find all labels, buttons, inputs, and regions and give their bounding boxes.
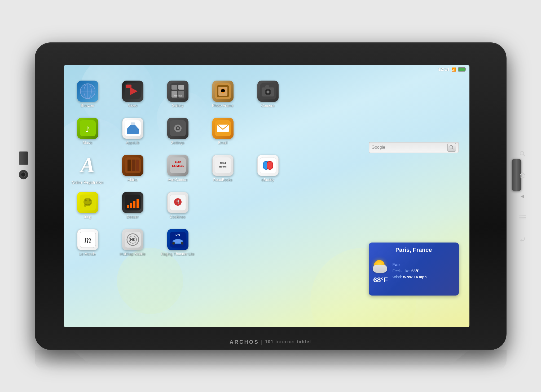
app-registration[interactable]: A Online Registration bbox=[69, 151, 106, 186]
app-avelcomics-label: Ave!Comics bbox=[168, 178, 187, 182]
svg-rect-10 bbox=[178, 85, 184, 90]
status-bar: 12:14 📶 bbox=[64, 65, 469, 74]
tablet-screen: 12:14 📶 Browser bbox=[64, 65, 469, 327]
search-nav-button[interactable] bbox=[517, 148, 528, 159]
app-lemonde-label: Le Monde bbox=[79, 252, 96, 256]
app-photoframe-label: Photo Frame bbox=[212, 103, 234, 108]
svg-rect-40 bbox=[132, 160, 135, 171]
svg-point-73 bbox=[174, 239, 182, 243]
weather-sun-icon bbox=[373, 257, 389, 273]
weather-condition: Fair bbox=[393, 261, 427, 268]
app-lemonde[interactable]: m Le Monde bbox=[69, 225, 106, 260]
svg-point-24 bbox=[267, 91, 269, 93]
app-deezer[interactable]: Deezer bbox=[114, 188, 151, 223]
app-video-label: Video bbox=[128, 103, 138, 108]
svg-point-76 bbox=[450, 146, 452, 148]
app-hubkap-label: HUBkap Mobile bbox=[120, 252, 146, 256]
home-nav-button[interactable] bbox=[517, 170, 528, 180]
weather-feels-like: Feels Like: 68°F bbox=[393, 268, 427, 274]
weather-widget: Paris, France 68°F Fair Feels Like: 68°F bbox=[369, 243, 459, 296]
app-aldiko[interactable]: Aldiko bbox=[114, 151, 151, 186]
back-nav-button[interactable]: ◀ bbox=[517, 191, 528, 201]
svg-rect-80 bbox=[521, 175, 524, 177]
svg-rect-29 bbox=[127, 128, 139, 134]
svg-rect-59 bbox=[133, 201, 135, 208]
svg-rect-60 bbox=[137, 199, 139, 208]
app-cookineo[interactable]: 🍴 Cookineo bbox=[159, 188, 196, 223]
svg-rect-9 bbox=[171, 85, 177, 90]
app-ebuddy[interactable]: eBuddy bbox=[249, 151, 287, 186]
svg-rect-39 bbox=[127, 160, 131, 171]
svg-line-77 bbox=[452, 148, 454, 149]
right-nav-buttons: ◀ bbox=[517, 148, 528, 244]
weather-details: Fair Feels Like: 68°F Wind: WNW 14 mph bbox=[393, 261, 427, 280]
svg-rect-50 bbox=[267, 161, 273, 169]
app-gallery-label: Gallery bbox=[172, 103, 183, 108]
svg-text:COMICS: COMICS bbox=[172, 164, 184, 168]
app-camera[interactable]: Camera bbox=[249, 77, 287, 111]
app-settings-label: Settings bbox=[171, 140, 184, 145]
app-music-label: Music bbox=[83, 140, 93, 145]
app-browser[interactable]: Browser bbox=[69, 77, 106, 111]
menu-nav-button[interactable] bbox=[517, 212, 528, 223]
svg-point-53 bbox=[85, 199, 87, 201]
svg-rect-41 bbox=[136, 160, 139, 171]
weather-city: Paris, France bbox=[373, 246, 455, 253]
svg-rect-58 bbox=[130, 203, 132, 208]
google-label: Google bbox=[372, 145, 447, 150]
empty-4 bbox=[204, 188, 241, 223]
app-gallery[interactable]: miniPan Gallery bbox=[159, 77, 196, 111]
google-search-bar[interactable]: Google bbox=[369, 142, 459, 153]
svg-rect-31 bbox=[131, 122, 135, 125]
svg-text:🍴: 🍴 bbox=[175, 199, 181, 204]
status-time: 12:14 bbox=[438, 67, 449, 72]
app-settings[interactable]: Settings bbox=[159, 114, 196, 148]
svg-text:AVE!: AVE! bbox=[175, 161, 181, 164]
registration-icon: A bbox=[74, 152, 101, 179]
app-avelcomics[interactable]: AVE! COMICS Ave!Comics bbox=[159, 151, 196, 186]
app-email[interactable]: Email bbox=[204, 114, 241, 148]
weather-temperature: 68°F bbox=[373, 276, 388, 284]
tablet-brand: ARCHOS | 101 internet tablet bbox=[230, 339, 311, 345]
app-appslib[interactable]: AppsLib bbox=[114, 114, 151, 148]
svg-text:LITE: LITE bbox=[175, 234, 180, 236]
app-raging-label: Raging Thunder Lite bbox=[161, 252, 195, 256]
app-raging[interactable]: LITE Raging Thunder Lite bbox=[159, 225, 196, 260]
app-deezer-label: Deezer bbox=[127, 215, 139, 219]
app-readbooks[interactable]: Read Books ReadBooks bbox=[204, 151, 241, 186]
app-ebuddy-label: eBuddy bbox=[262, 178, 274, 182]
left-btn-1 bbox=[19, 151, 28, 165]
svg-text:m: m bbox=[84, 234, 91, 245]
svg-point-4 bbox=[80, 84, 95, 99]
app-video[interactable]: Video bbox=[114, 77, 151, 111]
svg-point-55 bbox=[84, 205, 86, 207]
svg-rect-25 bbox=[265, 85, 269, 88]
app-music[interactable]: ♪ Music bbox=[69, 114, 106, 148]
svg-rect-57 bbox=[127, 205, 129, 208]
app-camera-label: Camera bbox=[261, 103, 275, 108]
svg-point-35 bbox=[177, 127, 179, 129]
svg-text:Books: Books bbox=[219, 165, 227, 168]
brand-model: 101 internet tablet bbox=[265, 340, 311, 344]
svg-point-78 bbox=[520, 151, 524, 155]
app-registration-label: Online Registration bbox=[72, 180, 103, 184]
app-browser-label: Browser bbox=[81, 103, 94, 108]
app-aldiko-label: Aldiko bbox=[127, 178, 138, 182]
svg-point-75 bbox=[181, 242, 183, 245]
app-fring[interactable]: fring bbox=[69, 188, 106, 223]
app-fring-label: fring bbox=[84, 215, 91, 219]
return-nav-button[interactable] bbox=[517, 233, 528, 244]
svg-text:♪: ♪ bbox=[85, 123, 90, 134]
app-grid: Browser Video bbox=[69, 77, 292, 260]
wifi-icon: 📶 bbox=[451, 67, 456, 72]
app-photoframe[interactable]: Photo Frame bbox=[204, 77, 241, 111]
google-search-button[interactable] bbox=[447, 143, 456, 152]
svg-rect-7 bbox=[126, 85, 131, 88]
svg-text:Read: Read bbox=[220, 162, 226, 164]
camera-button bbox=[19, 170, 28, 179]
weather-wind: Wind: WNW 14 mph bbox=[393, 274, 427, 280]
app-hubkap[interactable]: HK HUBkap Mobile bbox=[114, 225, 151, 260]
svg-text:miniPan: miniPan bbox=[174, 95, 182, 97]
app-cookineo-label: Cookineo bbox=[170, 215, 186, 219]
app-email-label: Email bbox=[218, 140, 227, 145]
